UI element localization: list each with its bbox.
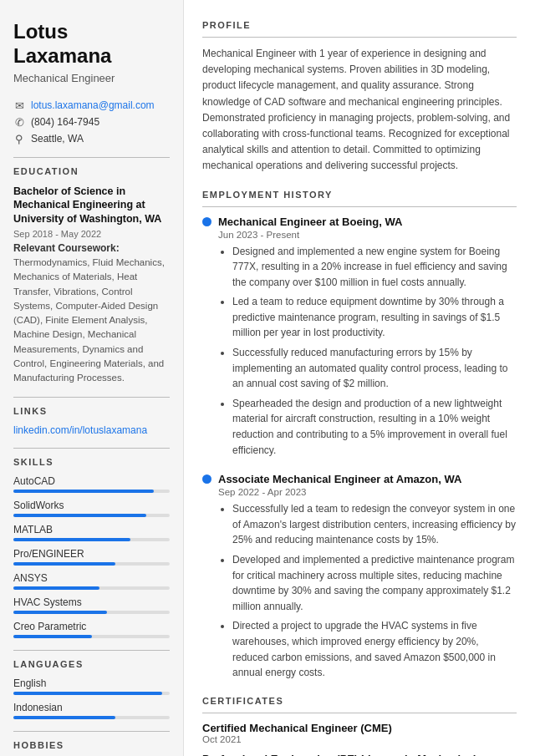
skill-item: Pro/ENGINEER	[13, 548, 170, 566]
profile-section: PROFILE Mechanical Engineer with 1 year …	[202, 20, 517, 175]
skill-bar-fill	[13, 490, 154, 493]
skill-bar-bg	[13, 490, 170, 493]
certificates-list: Certified Mechanical Engineer (CME) Oct …	[202, 722, 517, 756]
job-role: Associate Mechanical Engineer at Amazon,…	[218, 473, 461, 485]
skill-label: AutoCAD	[13, 475, 170, 487]
job-bullet: Spearheaded the design and production of…	[232, 396, 517, 458]
skill-bar-bg	[13, 586, 170, 590]
job-role-row: Mechanical Engineer at Boeing, WA	[202, 216, 517, 228]
language-item: Indonesian	[13, 702, 170, 719]
edu-coursework: Thermodynamics, Fluid Mechanics, Mechani…	[13, 256, 170, 385]
skill-bar-fill	[13, 586, 99, 590]
language-label: English	[13, 677, 170, 689]
employment-divider	[202, 206, 517, 207]
job-bullet: Led a team to reduce equipment downtime …	[232, 294, 517, 341]
skill-bar-bg	[13, 538, 170, 541]
sidebar: Lotus Laxamana Mechanical Engineer ✉ lot…	[0, 0, 184, 756]
certificate-item: Certified Mechanical Engineer (CME) Oct …	[202, 722, 517, 744]
contact-location: ⚲ Seattle, WA	[13, 133, 170, 145]
skill-bar-fill	[13, 562, 115, 566]
certificate-item: Professional Engineering (PE) License in…	[202, 753, 517, 756]
job-role-row: Associate Mechanical Engineer at Amazon,…	[202, 473, 517, 485]
contact-email[interactable]: ✉ lotus.laxamana@gmail.com	[13, 99, 170, 112]
edu-degree: Bachelor of Science in Mechanical Engine…	[13, 185, 170, 227]
profile-section-title: PROFILE	[202, 20, 517, 30]
email-icon: ✉	[13, 99, 25, 112]
job-bullet: Designed and implemented a new engine sy…	[232, 244, 517, 291]
main-content: PROFILE Mechanical Engineer with 1 year …	[184, 0, 535, 756]
job-item: Associate Mechanical Engineer at Amazon,…	[202, 473, 517, 681]
job-bullets: Designed and implemented a new engine sy…	[221, 244, 517, 459]
job-bullet: Successfully led a team to redesign the …	[232, 501, 517, 548]
job-bullet: Successfully reduced manufacturing error…	[232, 345, 517, 392]
candidate-name: Lotus Laxamana	[13, 20, 170, 68]
language-bar-bg	[13, 692, 170, 695]
phone-icon: ✆	[13, 116, 25, 129]
language-item: English	[13, 677, 170, 695]
certificates-section-title: CERTIFICATES	[202, 696, 517, 706]
job-bullet: Directed a project to upgrade the HVAC s…	[232, 618, 517, 680]
edu-dates: Sep 2018 - May 2022	[13, 229, 170, 239]
jobs-list: Mechanical Engineer at Boeing, WA Jun 20…	[202, 216, 517, 681]
contact-phone: ✆ (804) 164-7945	[13, 116, 170, 129]
skill-label: Creo Parametric	[13, 621, 170, 632]
skill-bar-bg	[13, 635, 170, 638]
skill-bar-bg	[13, 562, 170, 566]
location-icon: ⚲	[13, 133, 25, 145]
skill-item: SolidWorks	[13, 500, 170, 517]
job-bullets: Successfully led a team to redesign the …	[221, 501, 517, 681]
languages-list: English Indonesian	[13, 677, 170, 719]
skills-divider	[13, 448, 170, 449]
certificates-divider	[202, 713, 517, 713]
skill-label: SolidWorks	[13, 500, 170, 511]
job-dot	[202, 474, 211, 484]
certificates-section: CERTIFICATES Certified Mechanical Engine…	[202, 696, 517, 756]
employment-section-title: EMPLOYMENT HISTORY	[202, 190, 517, 200]
languages-divider	[13, 650, 170, 651]
hobbies-divider	[13, 731, 170, 732]
edu-coursework-label: Relevant Coursework:	[13, 242, 170, 254]
education-divider	[13, 157, 170, 158]
skill-bar-bg	[13, 611, 170, 614]
job-bullet: Developed and implemented a predictive m…	[232, 552, 517, 614]
skill-bar-bg	[13, 514, 170, 517]
cert-name: Certified Mechanical Engineer (CME)	[202, 722, 517, 734]
skill-bar-fill	[13, 611, 107, 614]
job-item: Mechanical Engineer at Boeing, WA Jun 20…	[202, 216, 517, 459]
skills-section-title: SKILLS	[13, 457, 170, 467]
language-label: Indonesian	[13, 702, 170, 713]
skill-item: ANSYS	[13, 572, 170, 590]
skill-item: MATLAB	[13, 524, 170, 541]
profile-divider	[202, 37, 517, 38]
employment-section: EMPLOYMENT HISTORY Mechanical Engineer a…	[202, 190, 517, 681]
skill-label: Pro/ENGINEER	[13, 548, 170, 560]
cert-date: Oct 2021	[202, 734, 517, 744]
hobbies-section-title: HOBBIES	[13, 740, 170, 750]
education-section-title: EDUCATION	[13, 166, 170, 176]
languages-section-title: LANGUAGES	[13, 659, 170, 669]
email-link[interactable]: lotus.laxamana@gmail.com	[31, 99, 155, 111]
skill-bar-fill	[13, 514, 146, 517]
profile-text: Mechanical Engineer with 1 year of exper…	[202, 46, 517, 175]
language-bar-fill	[13, 692, 162, 695]
skill-label: ANSYS	[13, 572, 170, 584]
links-section-title: LINKS	[13, 406, 170, 416]
skill-label: MATLAB	[13, 524, 170, 535]
linkedin-link[interactable]: linkedin.com/in/lotuslaxamana	[13, 424, 170, 436]
skill-label: HVAC Systems	[13, 596, 170, 608]
skill-item: AutoCAD	[13, 475, 170, 493]
candidate-title: Mechanical Engineer	[13, 72, 170, 84]
language-bar-fill	[13, 716, 115, 719]
skill-bar-fill	[13, 538, 130, 541]
skill-item: HVAC Systems	[13, 596, 170, 614]
skills-list: AutoCAD SolidWorks MATLAB Pro/ENGINEER A…	[13, 475, 170, 638]
skill-bar-fill	[13, 635, 92, 638]
job-role: Mechanical Engineer at Boeing, WA	[218, 216, 402, 228]
job-dot	[202, 217, 211, 226]
job-dates: Sep 2022 - Apr 2023	[218, 487, 517, 497]
cert-name: Professional Engineering (PE) License in…	[202, 753, 517, 756]
links-divider	[13, 397, 170, 398]
language-bar-bg	[13, 716, 170, 719]
skill-item: Creo Parametric	[13, 621, 170, 638]
job-dates: Jun 2023 - Present	[218, 230, 517, 240]
